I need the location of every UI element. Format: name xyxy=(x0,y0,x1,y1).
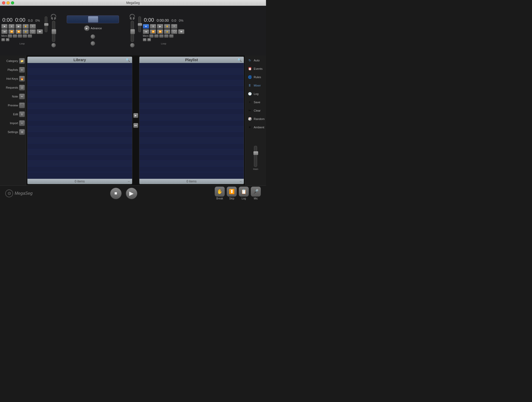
deck-b-cue[interactable]: ✋ xyxy=(164,24,170,29)
left-knob[interactable] xyxy=(51,43,56,48)
deck-b-rew[interactable]: ⏮ xyxy=(143,29,149,34)
right-knob[interactable] xyxy=(130,43,135,48)
list-item xyxy=(139,155,244,161)
close-button[interactable] xyxy=(2,1,5,4)
library-search-icon[interactable]: 🔍 xyxy=(126,58,130,62)
sidebar-item-edit[interactable]: Edit ℹ xyxy=(0,110,26,119)
deck-a-fwd[interactable]: 🔒 xyxy=(22,29,29,34)
deck-b-mem5[interactable] xyxy=(169,35,173,38)
volume-track[interactable] xyxy=(254,146,257,167)
stop-button[interactable]: ■ xyxy=(110,188,122,199)
deck-a-stepfwd[interactable]: ⏩ xyxy=(15,29,22,34)
deck-b-mem3[interactable] xyxy=(159,35,163,38)
right-btn-log[interactable]: 🕐 Log xyxy=(245,90,266,98)
list-item xyxy=(27,115,132,120)
deck-a-pitch-plus[interactable]: + xyxy=(6,38,9,41)
deck-a-mem4[interactable] xyxy=(23,35,27,38)
mic-button[interactable]: 🎤 Mic xyxy=(251,187,261,200)
deck-b-search[interactable]: ≡ xyxy=(171,24,177,29)
deck-b-pause[interactable]: ⏸ xyxy=(150,24,156,29)
deck-a-seek: ⏮ ⏪ ⏩ 🔒 ◯ ◀▶ xyxy=(1,29,43,34)
library-minus-button[interactable]: − xyxy=(128,179,130,183)
break-label: Break xyxy=(216,197,223,200)
deck-b-pitch-handle[interactable] xyxy=(138,23,142,26)
deck-b-pitch-slider[interactable] xyxy=(138,16,141,32)
import-icon: + xyxy=(19,120,25,126)
right-btn-events[interactable]: ⏰ Events xyxy=(245,65,266,73)
deck-a-mem5[interactable] xyxy=(28,35,32,38)
deck-a-mem2[interactable] xyxy=(13,35,17,38)
right-btn-mixer[interactable]: 🎚 Mixer xyxy=(245,82,266,89)
deck-b-cue-btn[interactable]: ◀▶ xyxy=(178,29,184,34)
deck-b-time2: 0:00.00 xyxy=(157,18,169,22)
deck-a-search[interactable]: ≡ xyxy=(30,24,36,29)
minimize-button[interactable] xyxy=(7,1,10,4)
sidebar-item-playlists[interactable]: Playlists ≡ xyxy=(0,65,26,74)
deck-b-play[interactable]: ▶ xyxy=(157,24,163,29)
playlist-minus-button[interactable]: − xyxy=(240,179,242,183)
deck-b-pitch-minus[interactable]: − xyxy=(143,38,146,41)
left-fader-handle[interactable] xyxy=(52,29,56,34)
library-panel: Library 🔍 xyxy=(27,56,132,184)
maximize-button[interactable] xyxy=(11,1,14,4)
skip-button[interactable]: ⏬ Skip xyxy=(227,187,237,200)
deck-a-mem1[interactable] xyxy=(8,35,12,38)
deck-b-stepfwd[interactable]: ⏩ xyxy=(157,29,163,34)
sidebar-item-settings[interactable]: Settings ⚙ xyxy=(0,128,26,136)
deck-a-pitch-minus[interactable]: − xyxy=(1,38,5,41)
deck-b-mem2[interactable] xyxy=(154,35,159,38)
crossfader[interactable] xyxy=(67,15,119,23)
deck-b-pitch-row: − + xyxy=(143,38,184,41)
list-item xyxy=(27,69,132,74)
deck-a-play[interactable]: ▶ xyxy=(15,24,22,29)
playlist-search-icon[interactable]: 🔍 xyxy=(237,58,242,62)
right-btn-save[interactable]: + Save xyxy=(245,98,266,106)
right-fader-handle[interactable] xyxy=(130,29,135,34)
break-button[interactable]: ✋ Break xyxy=(215,187,225,200)
right-btn-clear[interactable]: ✂ Clear xyxy=(245,107,266,114)
right-btn-rules[interactable]: 🌀 Rules xyxy=(245,73,266,81)
deck-a-pause[interactable]: ⏸ xyxy=(8,24,15,29)
log-button[interactable]: 📋 Log xyxy=(239,187,249,200)
right-btn-random[interactable]: 🎲 Random xyxy=(245,115,266,123)
deck-a-stop[interactable]: ■ xyxy=(1,24,8,29)
list-item xyxy=(27,126,132,132)
add-all-to-playlist-button[interactable]: ▶▶ xyxy=(133,123,138,128)
sidebar-item-note[interactable]: Note ✏ xyxy=(0,92,26,101)
center-knob-left[interactable] xyxy=(90,34,95,39)
volume-handle[interactable] xyxy=(253,151,258,155)
right-fader-track[interactable] xyxy=(131,21,134,42)
deck-a-stepback[interactable]: ⏪ xyxy=(8,29,15,34)
deck-a-mem3[interactable] xyxy=(18,35,22,38)
save-label: Save xyxy=(254,101,260,104)
right-btn-auto[interactable]: ↻ Auto xyxy=(245,56,266,64)
deck-a-loop-icon[interactable]: ◯ xyxy=(30,29,36,34)
deck-b-mem1[interactable] xyxy=(149,35,154,38)
deck-b-stepback[interactable]: ⏪ xyxy=(150,29,156,34)
deck-a-pitch-handle[interactable] xyxy=(44,23,48,26)
center-knob-right[interactable] xyxy=(90,41,95,46)
deck-a-cue[interactable]: ✋ xyxy=(22,24,29,29)
deck-b-mem4[interactable] xyxy=(164,35,168,38)
sidebar-item-import[interactable]: Import + xyxy=(0,119,26,128)
sidebar-item-hotkeys[interactable]: Hot Keys 🔥 xyxy=(0,74,26,83)
rules-label: Rules xyxy=(254,76,261,79)
sidebar-item-preview[interactable]: Preview 🎧 xyxy=(0,101,26,110)
right-btn-ambient[interactable]: ✳ Ambient xyxy=(245,123,266,131)
deck-b-fwd[interactable]: 🔒 xyxy=(164,29,170,34)
deck-b-loop-icon[interactable]: ◯ xyxy=(171,29,177,34)
deck-a-rew[interactable]: ⏮ xyxy=(1,29,8,34)
advance-button[interactable]: ▶ Advance xyxy=(84,25,102,31)
window-controls[interactable] xyxy=(2,1,14,4)
add-to-playlist-button[interactable]: ▶ xyxy=(133,113,138,118)
playlist-header: Playlist 🔍 xyxy=(139,57,244,63)
left-fader-track[interactable] xyxy=(52,21,55,42)
deck-a-cue-btn[interactable]: ◀▶ xyxy=(37,29,43,34)
deck-b-stop[interactable]: ■ xyxy=(143,24,149,29)
play-button[interactable]: ▶ xyxy=(126,188,137,199)
deck-a-pitch-slider[interactable] xyxy=(45,16,47,32)
sidebar-item-requests[interactable]: Requests ☑ xyxy=(0,83,26,92)
deck-b-pitch-plus[interactable]: + xyxy=(147,38,151,41)
sidebar-item-category[interactable]: Category 📁 xyxy=(0,56,26,65)
crossfader-handle[interactable] xyxy=(88,16,98,23)
